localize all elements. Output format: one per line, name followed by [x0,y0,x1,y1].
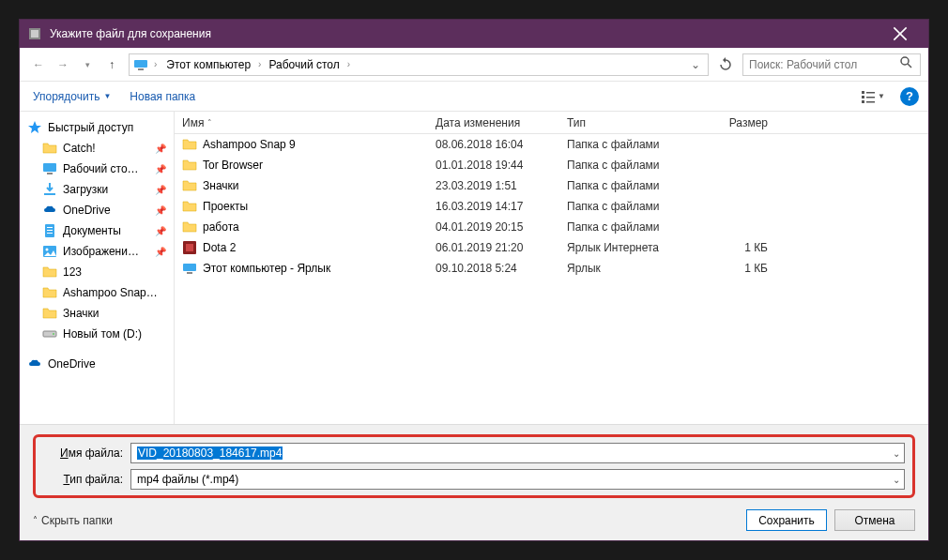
download-icon [42,182,57,197]
new-folder-label: Новая папка [130,90,195,103]
column-date[interactable]: Дата изменения [428,116,559,129]
file-type: Ярлык [559,262,700,275]
column-headers: Имя ˄ Дата изменения Тип Размер [175,112,928,134]
file-row[interactable]: Этот компьютер - Ярлык09.10.2018 5:24Ярл… [175,258,928,279]
file-row[interactable]: работа04.01.2019 20:15Папка с файлами [175,217,928,237]
pin-icon: 📌 [155,247,166,257]
column-name[interactable]: Имя ˄ [175,116,428,129]
recent-dropdown-icon[interactable]: ▾ [76,53,99,76]
file-date: 04.01.2019 20:15 [428,220,559,234]
sidebar-item[interactable]: Ashampoo Snap… [20,282,174,303]
chevron-down-icon: ▼ [103,92,111,100]
sidebar-item-label: Catch! [63,142,96,155]
address-bar[interactable]: › Этот компьютер › Рабочий стол › ⌄ [129,53,709,76]
file-list: Имя ˄ Дата изменения Тип Размер Ashampoo… [175,112,928,424]
sidebar-onedrive[interactable]: OneDrive [20,354,174,374]
chevron-right-icon: › [152,59,159,69]
sidebar-item[interactable]: Изображени…📌 [20,241,174,262]
column-size[interactable]: Размер [700,116,775,129]
breadcrumb-item[interactable]: Рабочий стол [265,58,343,71]
file-row[interactable]: Проекты16.03.2019 14:17Папка с файлами [175,196,928,217]
filename-input[interactable]: VID_20180803_184617.mp4 ⌄ [130,443,905,463]
file-date: 16.03.2019 14:17 [428,200,559,213]
pin-icon: 📌 [155,185,166,195]
sidebar-item[interactable]: 123 [20,262,174,282]
chevron-down-icon: ▼ [878,92,885,100]
svg-point-4 [901,57,909,65]
desktop-icon [42,161,57,176]
sidebar-item[interactable]: Загрузки📌 [20,179,174,200]
svg-rect-14 [44,193,55,195]
save-button[interactable]: Сохранить [746,509,827,531]
sidebar-item[interactable]: Значки [20,303,174,324]
folder-icon [42,306,57,321]
file-row[interactable]: Tor Browser01.01.2018 19:44Папка с файла… [175,155,928,175]
file-date: 06.01.2019 21:20 [428,241,559,254]
sidebar-item[interactable]: Документы📌 [20,220,174,241]
chevron-down-icon[interactable]: ⌄ [893,448,900,459]
search-input[interactable] [749,58,899,71]
new-folder-button[interactable]: Новая папка [126,86,199,107]
pc-icon [133,57,148,72]
file-date: 09.10.2018 5:24 [428,262,559,275]
sidebar-item[interactable]: Новый том (D:) [20,324,174,344]
chevron-right-icon: › [345,59,352,69]
sidebar-quick-access[interactable]: Быстрый доступ [20,117,174,138]
hide-folders-button[interactable]: ˄ Скрыть папки [33,514,113,527]
highlighted-fields: Имя файла: VID_20180803_184617.mp4 ⌄ Тип… [33,434,915,498]
save-dialog-window: Укажите файл для сохранения ← → ▾ ↑ › Эт… [19,19,929,541]
navigation-pane: Быстрый доступ Catch!📌Рабочий сто…📌Загру… [20,112,175,424]
file-row[interactable]: Значки23.03.2019 1:51Папка с файлами [175,175,928,196]
search-box[interactable] [742,53,921,76]
hide-folders-label: Скрыть папки [41,514,113,527]
filetype-label: Тип файла: [43,473,123,486]
file-type: Папка с файлами [559,220,700,234]
svg-rect-26 [187,272,192,274]
pin-icon: 📌 [155,226,166,236]
file-name: Ashampoo Snap 9 [203,138,296,151]
up-button[interactable]: ↑ [100,53,123,76]
view-options-button[interactable]: ▼ [857,85,889,108]
file-row[interactable]: Dota 206.01.2019 21:20Ярлык Интернета1 К… [175,237,928,258]
file-date: 08.06.2018 16:04 [428,138,559,151]
back-button[interactable]: ← [27,53,50,76]
file-type: Папка с файлами [559,179,700,192]
file-date: 01.01.2018 19:44 [428,159,559,172]
refresh-button[interactable] [714,53,737,76]
close-button[interactable] [879,20,921,48]
sidebar-item-label: Значки [63,307,99,320]
file-name: Tor Browser [203,159,263,172]
svg-rect-3 [138,68,144,70]
file-date: 23.03.2019 1:51 [428,179,559,192]
file-name: работа [203,220,239,234]
file-size: 1 КБ [700,262,775,275]
doc-icon [42,223,57,238]
organize-button[interactable]: Упорядочить ▼ [29,86,115,107]
chevron-down-icon[interactable]: ⌄ [893,475,900,485]
filetype-select[interactable]: mp4 файлы (*.mp4) ⌄ [130,469,905,490]
svg-rect-2 [134,60,147,68]
shortcut-red-icon [182,240,197,255]
cancel-button[interactable]: Отмена [834,509,915,531]
star-icon [27,120,42,135]
forward-button[interactable]: → [52,53,74,76]
onedrive-icon [27,356,42,371]
svg-rect-13 [47,173,53,174]
organize-label: Упорядочить [33,90,99,103]
file-name: Этот компьютер - Ярлык [203,262,330,275]
help-button[interactable]: ? [900,87,919,106]
folder-icon [182,137,197,152]
folder-icon [182,219,197,235]
bottom-pane: Имя файла: VID_20180803_184617.mp4 ⌄ Тип… [20,424,928,540]
address-dropdown-icon[interactable]: ⌄ [687,58,704,71]
sort-ascending-icon: ˄ [207,118,212,128]
svg-rect-18 [47,233,53,234]
file-row[interactable]: Ashampoo Snap 908.06.2018 16:04Папка с ф… [175,134,928,155]
svg-rect-11 [866,101,875,103]
sidebar-item[interactable]: Рабочий сто…📌 [20,159,174,179]
breadcrumb-root[interactable]: Этот компьютер [162,58,254,71]
file-name: Значки [203,179,239,192]
sidebar-item[interactable]: Catch!📌 [20,138,174,159]
sidebar-item[interactable]: OneDrive📌 [20,200,174,220]
column-type[interactable]: Тип [559,116,700,129]
